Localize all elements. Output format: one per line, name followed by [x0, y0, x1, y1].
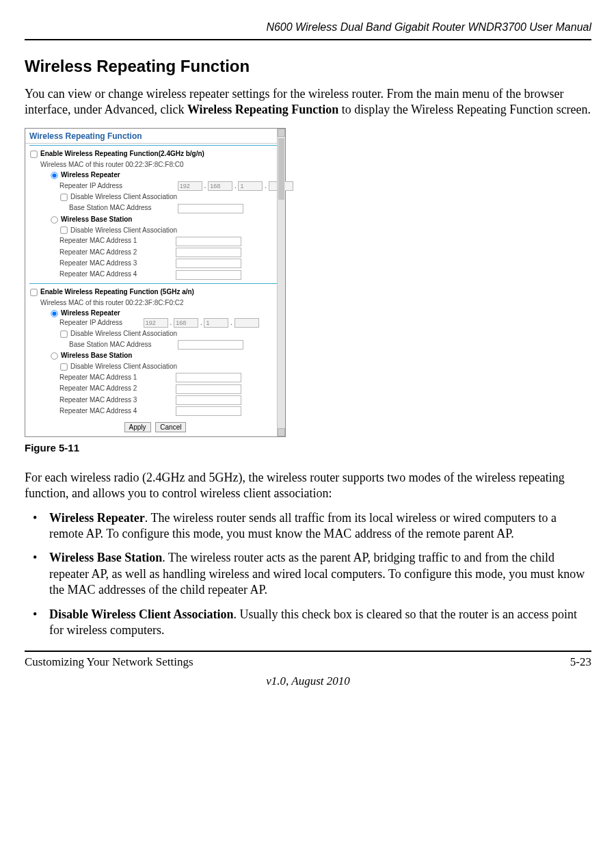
footer-page-number: 5-23	[570, 655, 591, 670]
list-item: Wireless Base Station. The wireless rout…	[25, 550, 591, 598]
repeater-24-radio[interactable]	[51, 172, 57, 179]
footer-row: Customizing Your Network Settings 5-23	[25, 655, 591, 670]
intro-text-after: to display the Wireless Repeating Functi…	[338, 103, 591, 116]
enable-5-label: Enable Wireless Repeating Function (5GHz…	[40, 288, 194, 296]
disable-assoc-24-checkbox[interactable]	[60, 194, 67, 201]
bullet-bold: Wireless Repeater	[49, 511, 145, 525]
mac-5-label: Wireless MAC of this router 00:22:3F:8C:…	[29, 298, 281, 308]
rep-mac3-5-label: Repeater MAC Address 3	[59, 395, 176, 404]
base-mac-24-label: Base Station MAC Address	[69, 203, 176, 212]
enable-24-row: Enable Wireless Repeating Function(2.4GH…	[29, 148, 281, 159]
rep-mac2-5-input[interactable]	[176, 384, 241, 394]
rep-mac4-24-input[interactable]	[176, 270, 241, 280]
list-item: Disable Wireless Client Association. Usu…	[25, 607, 591, 639]
disable-assoc-24-label: Disable Wireless Client Association	[70, 193, 177, 200]
rep-mac3-24-input[interactable]	[176, 259, 241, 268]
cancel-button[interactable]: Cancel	[155, 422, 186, 432]
enable-24-checkbox[interactable]	[30, 151, 37, 158]
base-5-option: Wireless Base Station	[61, 352, 132, 359]
scrollbar[interactable]	[277, 129, 285, 437]
rep-mac1-5-input[interactable]	[176, 373, 241, 382]
disable-assoc-5-checkbox[interactable]	[60, 330, 67, 337]
screenshot-title: Wireless Repeating Function	[25, 129, 285, 144]
body-paragraph-1: For each wireless radio (2.4GHz and 5GHz…	[25, 470, 591, 502]
rep-mac3-24-label: Repeater MAC Address 3	[59, 259, 176, 267]
ip-5-oct1[interactable]	[144, 318, 168, 328]
base-mac-5-input[interactable]	[178, 340, 243, 350]
ip-5-oct4[interactable]	[235, 318, 259, 328]
section-title: Wireless Repeating Function	[25, 55, 591, 77]
base-24-radio[interactable]	[51, 216, 57, 223]
ip-24-oct3[interactable]	[238, 181, 263, 191]
base-24-option: Wireless Base Station	[61, 215, 132, 223]
disable-assoc-5b-checkbox[interactable]	[60, 363, 67, 370]
ip-5-oct2[interactable]	[174, 318, 198, 328]
rep-mac4-24-label: Repeater MAC Address 4	[59, 270, 176, 278]
repeater-5-radio[interactable]	[51, 310, 57, 317]
repeater-ip-5-label: Repeater IP Address	[59, 318, 142, 327]
scroll-up-arrow-icon[interactable]	[278, 129, 285, 137]
bullet-bold: Disable Wireless Client Association	[49, 607, 234, 621]
repeater-24-option: Wireless Repeater	[61, 171, 120, 179]
scroll-thumb[interactable]	[278, 138, 284, 200]
footer-divider	[25, 651, 591, 652]
disable-assoc-5b-label: Disable Wireless Client Association	[70, 363, 177, 370]
figure-caption: Figure 5-11	[25, 441, 591, 455]
base-mac-5-label: Base Station MAC Address	[69, 340, 176, 349]
rep-mac4-5-input[interactable]	[176, 406, 241, 416]
repeater-5-option: Wireless Repeater	[61, 309, 120, 317]
running-header: N600 Wireless Dual Band Gigabit Router W…	[25, 21, 591, 39]
intro-paragraph: You can view or change wireless repeater…	[25, 86, 591, 118]
enable-5-row: Enable Wireless Repeating Function (5GHz…	[29, 287, 281, 298]
bullet-bold: Wireless Base Station	[49, 551, 162, 564]
rep-mac2-24-label: Repeater MAC Address 2	[59, 248, 176, 257]
disable-assoc-24b-label: Disable Wireless Client Association	[70, 226, 177, 234]
rep-mac3-5-input[interactable]	[176, 395, 241, 405]
ip-5-oct3[interactable]	[204, 318, 228, 328]
bullet-list: Wireless Repeater. The wireless router s…	[25, 510, 591, 639]
mac-24-label: Wireless MAC of this router 00:22:3F:8C:…	[29, 159, 281, 170]
footer-left: Customizing Your Network Settings	[25, 655, 193, 670]
apply-button[interactable]: Apply	[124, 422, 151, 432]
ip-24-oct1[interactable]	[178, 181, 202, 191]
rep-mac4-5-label: Repeater MAC Address 4	[59, 406, 176, 415]
disable-assoc-24b-checkbox[interactable]	[60, 227, 67, 234]
rep-mac1-24-label: Repeater MAC Address 1	[59, 236, 176, 245]
ip-24-oct2[interactable]	[208, 181, 232, 191]
base-5-radio[interactable]	[51, 352, 57, 359]
rep-mac1-24-input[interactable]	[176, 237, 241, 246]
rep-mac2-24-input[interactable]	[176, 248, 241, 257]
footer-version: v1.0, August 2010	[25, 674, 591, 689]
screenshot-figure: Wireless Repeating Function Enable Wirel…	[25, 128, 286, 438]
rep-mac2-5-label: Repeater MAC Address 2	[59, 384, 176, 393]
list-item: Wireless Repeater. The wireless router s…	[25, 510, 591, 542]
repeater-ip-24-label: Repeater IP Address	[59, 181, 176, 190]
header-divider	[25, 39, 591, 40]
scroll-down-arrow-icon[interactable]	[278, 428, 285, 436]
intro-bold-term: Wireless Repeating Function	[187, 103, 338, 116]
rep-mac1-5-label: Repeater MAC Address 1	[59, 373, 176, 382]
base-mac-24-input[interactable]	[178, 204, 243, 213]
disable-assoc-5-label: Disable Wireless Client Association	[70, 330, 177, 337]
enable-24-label: Enable Wireless Repeating Function(2.4GH…	[40, 150, 204, 157]
enable-5-checkbox[interactable]	[30, 289, 37, 296]
